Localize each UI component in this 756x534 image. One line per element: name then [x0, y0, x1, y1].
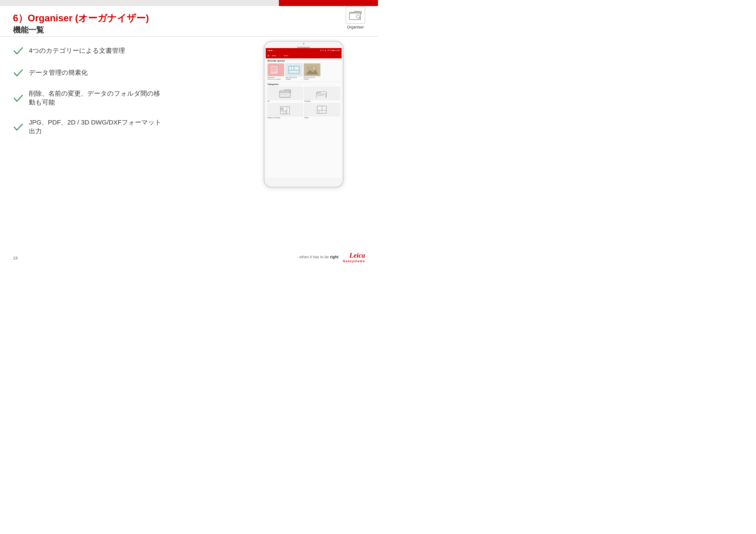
footer-tagline: - when it has to be right [297, 255, 338, 259]
page-title-red: 6）Organiser (オーガナイザー) [13, 13, 378, 24]
svg-rect-18 [281, 93, 289, 96]
svg-rect-25 [281, 107, 289, 114]
recently-opened-row: Document2018-01-18 134049 [267, 63, 340, 80]
list-item: JPG、PDF、2D / 3D DWG/DXFフォーマット出力 [13, 118, 164, 136]
category-projects: Projects [304, 87, 340, 102]
phone-divider-1 [267, 82, 340, 82]
recently-opened-title: Recently opened [267, 60, 340, 62]
check-icon-4 [13, 121, 24, 132]
phone-mockup: ● ▶ ▶ .... ◎ ✦ ▲ .ıll 72%■ 13:08 ☰ Menu … [264, 41, 343, 188]
svg-point-15 [313, 67, 315, 69]
category-all-name: All [267, 100, 269, 102]
phone-content: Recently opened Document2018-01-18 [266, 58, 341, 177]
check-text-4: JPG、PDF、2D / 3D DWG/DXFフォーマット出力 [29, 118, 164, 136]
check-text-2: データ管理の簡素化 [29, 68, 88, 77]
category-sketch-name: Sketch on Photo [267, 117, 280, 119]
status-right: ◎ ✦ ▲ .ıll 72%■ 13:08 [320, 49, 340, 51]
thumb-plan1 [285, 63, 302, 76]
thumb-doc-label: Document2018-01-18 134049 [267, 77, 281, 80]
page-title-black: 機能一覧 [13, 25, 378, 35]
category-plans: Plans [304, 103, 340, 119]
leica-text: Leica [349, 251, 365, 259]
nav-home-label: Home [284, 55, 288, 57]
geosystems-text: Geosystems [343, 259, 365, 263]
status-left: ● ▶ ▶ .... [267, 49, 275, 51]
list-item: 削除、名前の変更、データのフォルダ間の移動も可能 [13, 89, 164, 107]
phone-nav-bar: ☰ Menu ← Home [266, 53, 341, 58]
phone-camera [303, 43, 305, 45]
check-icon-3 [13, 93, 24, 103]
thumb-plan1-label: Plan 2018-02-06155808 [285, 77, 297, 80]
category-plans-name: Plans [304, 117, 309, 119]
category-projects-box [304, 87, 340, 100]
thumb-plan2 [304, 63, 320, 76]
thumb-doc [267, 63, 284, 76]
thumb-item-plan1: Plan 2018-02-06155808 [285, 63, 302, 80]
list-item: 4つのカテゴリーによる文書管理 [13, 45, 164, 56]
header-section: 6）Organiser (オーガナイザー) 機能一覧 [13, 6, 378, 39]
phone-screen: ● ▶ ▶ .... ◎ ✦ ▲ .ıll 72%■ 13:08 ☰ Menu … [266, 48, 341, 177]
check-text-1: 4つのカテゴリーによる文書管理 [29, 46, 125, 55]
footer: - when it has to be right Leica Geosyste… [0, 251, 378, 263]
list-item: データ管理の簡素化 [13, 67, 164, 78]
category-projects-name: Projects [304, 100, 310, 102]
tagline-bold: right [330, 255, 338, 259]
check-icon-2 [13, 67, 24, 78]
check-icon-1 [13, 45, 24, 56]
thumb-item-doc: Document2018-01-18 134049 [267, 63, 284, 80]
category-all: All [267, 87, 303, 102]
checklist: 4つのカテゴリーによる文書管理 データ管理の簡素化 削除、名前の変更、データのフ… [13, 45, 164, 147]
nav-menu: ☰ [267, 55, 269, 57]
category-grid: All Projects [267, 87, 340, 119]
nav-back: ← [279, 55, 281, 57]
top-bar [0, 0, 378, 6]
category-plans-box [304, 103, 340, 116]
leica-logo: Leica Geosystems [343, 251, 365, 263]
category-all-box [267, 87, 303, 100]
check-text-3: 削除、名前の変更、データのフォルダ間の移動も可能 [29, 89, 164, 107]
thumb-plan2-label: Plan 2018-02-15130532 [304, 77, 315, 80]
nav-menu-label: Menu [272, 55, 276, 57]
top-bar-accent [279, 0, 378, 6]
tagline-text: - when it has to be [297, 255, 330, 259]
svg-rect-32 [317, 106, 326, 113]
category-sketch: Sketch on Photo [267, 103, 303, 119]
categories-title: Categories [267, 83, 340, 86]
thumb-item-plan2: Plan 2018-02-15130532 [304, 63, 320, 80]
page-number: 19 [13, 256, 18, 261]
category-sketch-box [267, 103, 303, 116]
phone-status-bar: ● ▶ ▶ .... ◎ ✦ ▲ .ıll 72%■ 13:08 [266, 48, 341, 53]
